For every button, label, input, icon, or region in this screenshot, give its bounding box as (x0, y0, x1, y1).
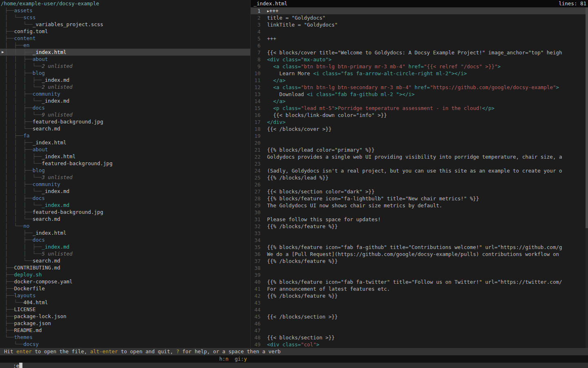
tree-item[interactable]: └──docsy (0, 341, 250, 348)
code-line-text: {{% /blocks/feature %}} (267, 292, 338, 299)
tree-item[interactable]: ├──Dockerfile (0, 285, 250, 292)
tree-item[interactable]: │ │ ├──_index.md (0, 243, 250, 250)
tree-item[interactable]: ├──assets (0, 7, 250, 14)
tree-item[interactable]: ├──package.json (0, 320, 250, 327)
tree-item-label: 9 unlisted (42, 112, 72, 118)
tree-branch-lines: │ │ │ ├── (5, 153, 42, 159)
tree-item[interactable]: │ │ ├──featured-background.jpg (0, 118, 250, 125)
tree-item[interactable]: │ ├──docs (0, 236, 250, 243)
tree-item[interactable]: ├──LICENSE (0, 306, 250, 313)
line-number: 1 (251, 7, 261, 14)
code-line: 15 <p class="lead mt-5">Porridge tempera… (251, 105, 588, 112)
tree-item[interactable]: │ │ ├──about (0, 146, 250, 153)
tree-item[interactable]: │ │ │ └──2 unlisted (0, 63, 250, 70)
tree-item-label: Dockerfile (14, 285, 45, 292)
tree-item[interactable]: │ ├──_index.html (0, 229, 250, 236)
tree-branch-lines: │ │ ├── (5, 70, 33, 76)
tree-branch-lines: ├── (5, 313, 14, 319)
tree-item[interactable]: └──themes (0, 334, 250, 341)
tree-item[interactable]: │ │ │ ├──_index.md (0, 76, 250, 83)
tree-item[interactable]: ├──config.toml (0, 28, 250, 35)
tree-item[interactable]: │ │ ├──blog (0, 167, 250, 174)
tree-item[interactable]: │ └──404.html (0, 299, 250, 306)
code-line: 27{{< blocks/section color="dark" >}} (251, 188, 588, 195)
tree-item[interactable]: │ │ │ └──2 unlisted (0, 83, 250, 90)
line-number: 44 (251, 306, 261, 313)
tree-item[interactable]: │ │ ├──community (0, 181, 250, 188)
tree-item[interactable]: │ └──search.md (0, 257, 250, 264)
code-line: 20 (251, 139, 588, 146)
tree-item[interactable]: │ │ │ ├──_index.html (0, 153, 250, 160)
line-number: 24 (251, 167, 261, 174)
tree-item[interactable]: ├──package-lock.json (0, 313, 250, 320)
code-line-text: The Goldydocs UI now shows chair size me… (267, 202, 442, 209)
tree-item[interactable]: │ └──_variables_project.scss (0, 21, 250, 28)
status-text: Hit (4, 348, 16, 355)
command-input-row[interactable]: :e h:n gi:y (0, 355, 588, 363)
tree-item[interactable]: │ │ └──5 unlisted (0, 250, 250, 257)
tree-branch-lines: │ │ │ └── (5, 63, 42, 69)
tree-branch-lines: │ │ │ ├── (5, 77, 42, 83)
tree-item-label: _index.html (33, 49, 67, 55)
tree-item-label: _index.md (42, 77, 69, 83)
tree-item[interactable]: ▶│ │ ├──_index.html (0, 49, 250, 56)
tree-branch-lines: │ │ │ └── (5, 174, 42, 180)
tree-item[interactable]: ├──README.md (0, 327, 250, 334)
tree-item[interactable]: │ │ └──search.md (0, 125, 250, 132)
tree-item[interactable]: │ │ ├──blog (0, 70, 250, 76)
code-line-text: {{% /blocks/feature %}} (267, 258, 338, 265)
tree-item[interactable]: │ │ ├──docs (0, 195, 250, 202)
tree-item[interactable]: ├──CONTRIBUTING.md (0, 264, 250, 271)
tree-item-label: blog (33, 70, 45, 76)
tree-item[interactable]: │ │ │ └──_index.md (0, 188, 250, 195)
tree-item[interactable]: │ │ │ └──9 unlisted (0, 111, 250, 118)
line-number: 16 (251, 112, 261, 119)
tree-item[interactable]: │ │ ├──featured-background.jpg (0, 209, 250, 215)
mode-flag: y (244, 356, 247, 362)
tree-branch-lines: │ │ │ └── (5, 188, 42, 194)
code-view: 1▶+++2title = "Goldydocs"3linkTitle = "G… (251, 7, 588, 348)
line-number: 35 (251, 244, 261, 251)
tree-item-label: package-lock.json (14, 313, 67, 319)
tree-branch-lines: │ │ ├── (5, 195, 33, 201)
tree-item[interactable]: │ │ ├──docs (0, 104, 250, 111)
scrollbar-thumb[interactable] (586, 7, 588, 228)
tree-item[interactable]: │ │ └──search.md (0, 215, 250, 222)
code-line-text: {{< blocks/link-down color="info" >}} (267, 112, 387, 119)
code-line: 2title = "Goldydocs" (251, 14, 588, 21)
tree-branch-lines: │ │ └── (5, 216, 33, 222)
preview-filename: _index.html (254, 0, 287, 7)
tree-item[interactable]: │ │ ├──about (0, 56, 250, 63)
line-number: 3 (251, 21, 261, 28)
key-hint: enter (16, 348, 32, 355)
tree-item-label: search.md (33, 126, 60, 132)
tree-item-label: docs (33, 105, 45, 111)
tree-item[interactable]: │ └──scss (0, 14, 250, 21)
tree-item[interactable]: │ │ ├──community (0, 90, 250, 97)
tree-item[interactable]: ├──content (0, 35, 250, 42)
tree-item[interactable]: │ ├──en (0, 42, 250, 49)
tree-item[interactable]: │ │ ├──_index.html (0, 139, 250, 146)
tree-item[interactable]: ├──layouts (0, 292, 250, 299)
tree-branch-lines: │ │ ├── (5, 167, 33, 173)
tree-item[interactable]: │ └──no (0, 222, 250, 229)
code-line: 26 (251, 181, 588, 188)
code-line-text: {{< blocks/section >}} (267, 334, 335, 341)
tree-branch-lines: │ │ ├── (5, 139, 33, 146)
tree-item[interactable]: │ │ │ └──3 unlisted (0, 174, 250, 181)
tree-item[interactable]: │ │ │ └──_index.md (0, 202, 250, 209)
tree-item[interactable]: │ │ │ └──_index.md (0, 97, 250, 104)
line-number: 25 (251, 174, 261, 181)
tree-item[interactable]: ├──deploy.sh (0, 271, 250, 278)
tree-item[interactable]: │ │ │ └──featured-background.jpg (0, 160, 250, 167)
code-line: 23 (251, 160, 588, 167)
tree-branch-lines: │ ├── (5, 237, 33, 243)
tree-branch-lines: │ │ │ └── (5, 84, 42, 90)
preview-scrollbar[interactable] (586, 7, 588, 348)
tree-item-label: package.json (14, 320, 51, 326)
tree-item[interactable]: │ ├──fa (0, 132, 250, 139)
tree-item[interactable]: ├──docker-compose.yaml (0, 278, 250, 285)
line-number: 49 (251, 341, 261, 348)
tree-item-label: docs (33, 237, 45, 243)
command-input-text[interactable]: :e (13, 363, 19, 368)
